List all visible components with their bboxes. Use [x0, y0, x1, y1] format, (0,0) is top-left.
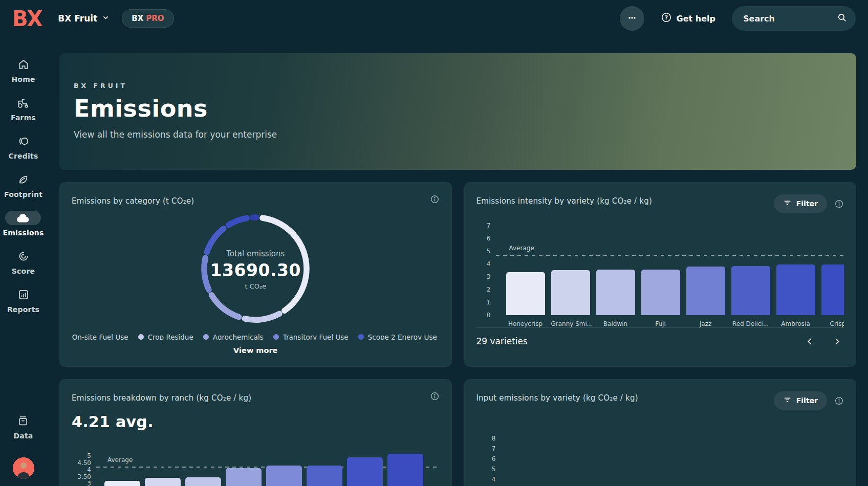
legend-item[interactable]: Transitory Fuel Use — [273, 334, 349, 340]
bar[interactable] — [185, 477, 221, 486]
bar[interactable] — [551, 270, 590, 315]
legend-item[interactable]: Crop Residue — [138, 334, 193, 340]
x-tick-label: Jazz — [686, 320, 725, 327]
legend-item[interactable]: On-site Fuel Use — [72, 334, 128, 340]
topbar: BX BX Fruit BX PRO ? Get help — [0, 0, 868, 37]
y-tick-label: 5 — [492, 466, 496, 473]
bar[interactable] — [506, 272, 545, 315]
bar[interactable] — [104, 481, 140, 486]
bar-chart-input: 876543 — [476, 432, 844, 486]
hero-subtitle: View all the emissions data for your ent… — [74, 129, 842, 140]
search-input[interactable] — [743, 14, 832, 24]
total-emissions-unit: t CO₂e — [245, 282, 266, 290]
get-help-label: Get help — [677, 14, 715, 24]
info-icon[interactable] — [834, 396, 844, 406]
more-button[interactable] — [620, 6, 644, 31]
average-line — [496, 255, 844, 256]
pro-badge-bx: BX — [132, 14, 143, 23]
legend-label: Scope 2 Energy Use — [368, 334, 437, 340]
bar-chart-intensity: 76543210Average — [476, 226, 844, 315]
legend-dot — [273, 334, 279, 340]
sidebar-item-home[interactable]: Home — [11, 57, 35, 83]
bar[interactable] — [226, 468, 262, 486]
page-title: Emissions — [74, 95, 842, 122]
donut-center-label: Total emissions — [226, 249, 285, 258]
y-tick-label: 4 — [487, 260, 491, 268]
bar[interactable] — [387, 454, 423, 486]
legend-label: On-site Fuel Use — [72, 334, 128, 340]
user-avatar[interactable] — [13, 457, 34, 479]
y-tick-label: 1 — [487, 299, 491, 306]
get-help-button[interactable]: ? Get help — [661, 12, 715, 25]
bar[interactable] — [686, 267, 725, 315]
bx-logo: BX — [12, 7, 41, 29]
y-axis: 76543210 — [476, 226, 496, 315]
y-tick-label: 6 — [492, 455, 496, 462]
legend-dot — [138, 334, 144, 340]
pro-badge: BX PRO — [122, 9, 173, 28]
bar[interactable] — [776, 264, 815, 315]
varieties-count: 29 varieties — [476, 336, 528, 346]
info-icon[interactable] — [430, 391, 440, 401]
prev-page-button[interactable] — [803, 335, 817, 348]
y-tick-label: 4 — [492, 476, 496, 483]
sidebar-item-label: Credits — [9, 152, 38, 160]
bar[interactable] — [596, 270, 635, 315]
sidebar-item-label: Farms — [11, 114, 36, 122]
card-title: Emissions by category (t CO₂e) — [72, 194, 194, 206]
y-axis: 876543 — [476, 432, 501, 486]
search-box[interactable] — [732, 6, 856, 31]
cloud-icon — [5, 211, 41, 225]
legend-item[interactable]: Agrochemicals — [203, 334, 264, 340]
total-emissions-value: 13690.30 — [210, 260, 301, 280]
legend-dot — [358, 334, 364, 340]
y-tick-label: 2 — [487, 286, 491, 293]
x-tick-label: Crisp... — [821, 320, 844, 327]
x-tick-label: Fuji — [641, 320, 680, 327]
leaf-icon — [16, 172, 30, 187]
sidebar-item-label: Score — [12, 267, 35, 275]
bar[interactable] — [145, 478, 181, 486]
sidebar-item-emissions[interactable]: Emissions — [3, 211, 44, 237]
filter-button[interactable]: Filter — [774, 391, 827, 410]
y-tick-label: 5 — [87, 452, 91, 459]
y-tick-label: 3 — [87, 480, 91, 486]
next-page-button[interactable] — [830, 335, 844, 348]
y-tick-label: 7 — [487, 222, 491, 229]
chevron-down-icon — [102, 13, 110, 24]
sidebar-item-reports[interactable]: Reports — [7, 288, 39, 314]
card-input-emissions: Input emissions by variety (kg CO₂e / kg… — [464, 379, 857, 486]
plot-area: Average — [96, 448, 440, 486]
filter-button[interactable]: Filter — [774, 194, 827, 213]
sidebar-item-farms[interactable]: Farms — [11, 96, 36, 122]
y-axis: 54.5043.5032.50 — [72, 448, 96, 486]
info-icon[interactable] — [430, 194, 440, 204]
bar-chart-ranch: 54.5043.5032.50Average — [72, 448, 440, 486]
bar[interactable] — [641, 270, 680, 315]
sidebar: HomeFarmsCreditsFootprintEmissionsScoreR… — [0, 37, 47, 486]
x-tick-label: Ambrosia — [776, 320, 815, 327]
bar[interactable] — [347, 457, 383, 486]
view-more-button[interactable]: View more — [233, 346, 277, 355]
gauge-icon — [17, 249, 30, 263]
org-switcher[interactable]: BX Fruit — [58, 13, 110, 24]
ranch-average-value: 4.21 avg. — [72, 413, 440, 431]
bar[interactable] — [731, 266, 770, 315]
sidebar-item-footprint[interactable]: Footprint — [4, 172, 42, 198]
card-title: Emissions breakdown by ranch (kg CO₂e / … — [72, 391, 251, 403]
svg-text:?: ? — [665, 14, 668, 20]
sidebar-item-data[interactable]: Data — [13, 414, 33, 440]
y-tick-label: 3 — [487, 273, 491, 280]
bar[interactable] — [307, 466, 342, 486]
question-circle-icon: ? — [661, 12, 672, 25]
sidebar-item-credits[interactable]: Credits — [9, 134, 38, 160]
x-tick-label: Granny Smi... — [551, 320, 590, 327]
bar[interactable] — [266, 466, 302, 486]
bar[interactable] — [821, 264, 844, 315]
y-tick-label: 7 — [492, 445, 496, 452]
x-tick-label: Baldwin — [596, 320, 635, 327]
sidebar-item-score[interactable]: Score — [12, 249, 35, 275]
info-icon[interactable] — [834, 199, 844, 209]
legend-item[interactable]: Scope 2 Energy Use — [358, 334, 437, 340]
x-tick-label: Honeycrisp — [506, 320, 545, 327]
